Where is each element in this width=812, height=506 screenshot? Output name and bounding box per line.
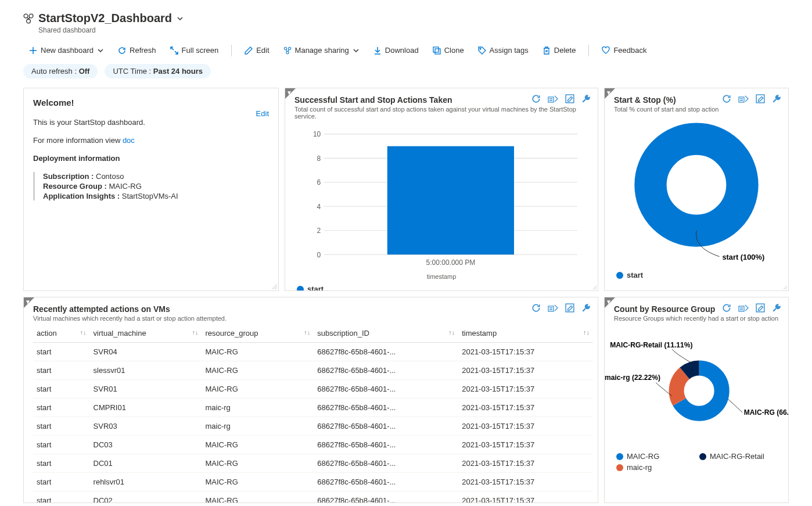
column-header[interactable]: action↑↓ bbox=[33, 324, 90, 343]
refresh-icon bbox=[118, 46, 126, 55]
pencil-icon bbox=[245, 46, 253, 55]
svg-rect-34 bbox=[566, 304, 574, 312]
welcome-tile: Welcome! Edit This is your StartStop das… bbox=[23, 88, 279, 291]
rg-donut-tile: ▼ Count by Resource Group Resource Group… bbox=[604, 297, 789, 503]
fullscreen-button[interactable]: Full screen bbox=[164, 42, 225, 58]
bar-chart-tile: ▼ Successful Start and Stop Actions Take… bbox=[285, 88, 598, 291]
edit-button[interactable]: Edit bbox=[239, 42, 275, 58]
resize-handle-icon[interactable] bbox=[780, 282, 787, 289]
table-row[interactable]: startslessvr01MAIC-RG68627f8c-65b8-4601-… bbox=[33, 361, 593, 380]
pin-icon[interactable] bbox=[772, 303, 781, 313]
svg-rect-7 bbox=[435, 49, 440, 54]
separator bbox=[588, 45, 589, 56]
column-header[interactable]: resource_group↑↓ bbox=[202, 324, 314, 343]
delete-button[interactable]: Delete bbox=[537, 42, 582, 58]
deployment-heading: Deployment information bbox=[33, 154, 269, 163]
donut-chart-tile: ▼ Start & Stop (%) Total % count of star… bbox=[604, 88, 789, 291]
tile-actions bbox=[722, 303, 781, 313]
page-title: StartStopV2_Dashboard bbox=[38, 12, 172, 25]
table-row[interactable]: startrehlsvr01MAIC-RG68627f8c-65b8-4601-… bbox=[33, 473, 593, 491]
column-header[interactable]: subscription_ID↑↓ bbox=[314, 324, 458, 343]
tile-title: Recently attempted actions on VMs bbox=[33, 304, 588, 314]
download-button[interactable]: Download bbox=[368, 42, 425, 58]
logs-icon[interactable] bbox=[738, 303, 749, 313]
refresh-icon[interactable] bbox=[722, 303, 731, 313]
x-axis-label: timestamp bbox=[285, 273, 598, 280]
auto-refresh-filter[interactable]: Auto refresh : Off bbox=[23, 64, 98, 78]
svg-point-30 bbox=[778, 95, 780, 97]
y-axis-label: request_count bbox=[285, 149, 285, 189]
column-header[interactable]: timestamp↑↓ bbox=[458, 324, 593, 343]
table-row[interactable]: startSVR01MAIC-RG68627f8c-65b8-4601-...2… bbox=[33, 380, 593, 399]
pin-icon[interactable] bbox=[581, 94, 591, 103]
download-icon bbox=[373, 46, 382, 55]
donut-chart: start (100%) bbox=[605, 121, 788, 266]
separator bbox=[231, 45, 232, 56]
svg-text:4: 4 bbox=[317, 203, 321, 211]
refresh-icon[interactable] bbox=[531, 303, 541, 313]
svg-point-40 bbox=[778, 304, 780, 306]
utc-time-filter[interactable]: UTC Time : Past 24 hours bbox=[105, 64, 211, 78]
svg-point-8 bbox=[480, 48, 481, 49]
refresh-icon[interactable] bbox=[722, 94, 731, 103]
rg-donut-chart: MAIC-RG-Retail (11.11%) maic-rg (22.22%)… bbox=[605, 330, 788, 446]
svg-text:10: 10 bbox=[313, 130, 321, 138]
table-row[interactable]: startCMPRI01maic-rg68627f8c-65b8-4601-..… bbox=[33, 399, 593, 417]
doc-link[interactable]: doc bbox=[123, 136, 135, 145]
logs-icon[interactable] bbox=[738, 94, 749, 103]
clone-button[interactable]: Clone bbox=[427, 42, 470, 58]
tag-icon bbox=[478, 46, 486, 55]
share-icon bbox=[283, 46, 292, 55]
logs-icon[interactable] bbox=[548, 303, 558, 313]
refresh-button[interactable]: Refresh bbox=[112, 42, 162, 58]
tile-subtitle: Virtual machines which recently had a st… bbox=[33, 315, 588, 322]
svg-text:maic-rg (22.22%): maic-rg (22.22%) bbox=[605, 374, 660, 382]
svg-text:MAIC-RG (66.: MAIC-RG (66. bbox=[744, 408, 788, 417]
resize-handle-icon[interactable] bbox=[590, 282, 597, 289]
edit-tile-icon[interactable] bbox=[565, 94, 574, 103]
table-row[interactable]: startDC03MAIC-RG68627f8c-65b8-4601-...20… bbox=[33, 436, 593, 454]
feedback-button[interactable]: Feedback bbox=[596, 42, 652, 58]
svg-rect-33 bbox=[548, 306, 554, 311]
fullscreen-icon bbox=[170, 46, 178, 55]
tile-subtitle: Total % count of start and stop action bbox=[614, 106, 779, 113]
svg-point-2 bbox=[27, 19, 31, 23]
svg-point-3 bbox=[284, 47, 286, 49]
chevron-down-icon bbox=[97, 47, 104, 54]
edit-link[interactable]: Edit bbox=[256, 109, 269, 118]
table-row[interactable]: startSVR03maic-rg68627f8c-65b8-4601-...2… bbox=[33, 417, 593, 436]
refresh-icon[interactable] bbox=[531, 94, 541, 103]
legend-item: MAIC-RG-Retail bbox=[699, 452, 777, 461]
logs-icon[interactable] bbox=[548, 94, 558, 103]
table-tile: ▼ Recently attempted actions on VMs Virt… bbox=[23, 297, 598, 503]
svg-point-4 bbox=[288, 47, 290, 49]
edit-tile-icon[interactable] bbox=[565, 303, 574, 313]
resize-handle-icon[interactable] bbox=[270, 282, 277, 289]
manage-sharing-button[interactable]: Manage sharing bbox=[278, 42, 365, 58]
svg-rect-9 bbox=[548, 97, 554, 102]
svg-text:start (100%): start (100%) bbox=[722, 253, 764, 261]
pin-icon[interactable] bbox=[581, 303, 591, 313]
edit-tile-icon[interactable] bbox=[756, 303, 765, 313]
table-row[interactable]: startDC02MAIC-RG68627f8c-65b8-4601-...20… bbox=[33, 491, 593, 503]
pin-icon[interactable] bbox=[772, 94, 781, 103]
edit-tile-icon[interactable] bbox=[756, 94, 765, 103]
assign-tags-button[interactable]: Assign tags bbox=[472, 42, 534, 58]
svg-rect-27 bbox=[739, 97, 744, 102]
bar-chart: 1086 420 5:00:00.000 PM bbox=[303, 128, 586, 267]
table-row[interactable]: startDC01MAIC-RG68627f8c-65b8-4601-...20… bbox=[33, 454, 593, 473]
svg-text:8: 8 bbox=[317, 155, 321, 163]
legend-label: start bbox=[627, 271, 643, 279]
new-dashboard-button[interactable]: New dashboard bbox=[23, 42, 110, 58]
svg-rect-28 bbox=[756, 95, 764, 103]
column-header[interactable]: virtual_machine↑↓ bbox=[90, 324, 202, 343]
welcome-doc-line: For more information view doc bbox=[33, 136, 269, 145]
dashboard-icon bbox=[23, 13, 34, 24]
svg-rect-38 bbox=[756, 304, 764, 312]
welcome-body: This is your StartStop dashboard. bbox=[33, 118, 269, 127]
chevron-down-icon[interactable] bbox=[177, 15, 184, 22]
heart-icon bbox=[602, 46, 610, 55]
svg-point-36 bbox=[588, 304, 590, 306]
table-row[interactable]: startSVR04MAIC-RG68627f8c-65b8-4601-...2… bbox=[33, 343, 593, 361]
welcome-title: Welcome! bbox=[33, 98, 269, 107]
